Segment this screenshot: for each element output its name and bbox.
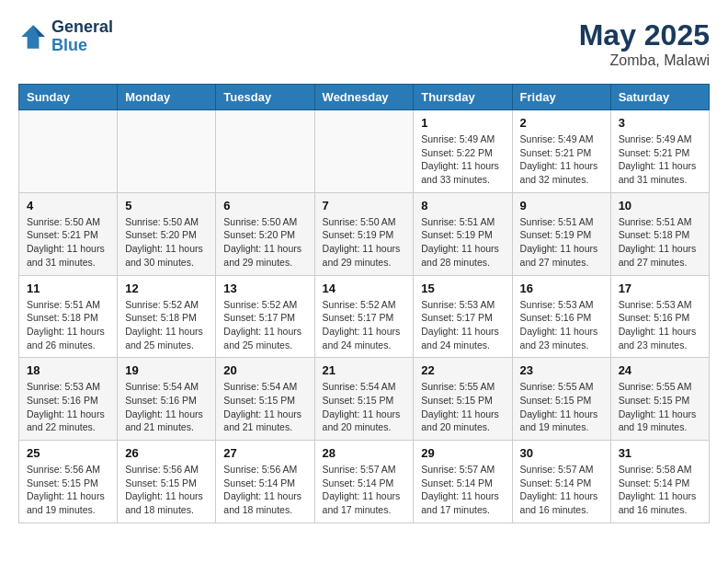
calendar-cell: 19Sunrise: 5:54 AM Sunset: 5:16 PM Dayli… xyxy=(118,358,216,441)
cell-info-text: Sunrise: 5:52 AM Sunset: 5:18 PM Dayligh… xyxy=(125,298,208,352)
weekday-header-friday: Friday xyxy=(512,85,610,110)
cell-day-number: 2 xyxy=(520,116,603,130)
cell-day-number: 23 xyxy=(520,363,603,377)
calendar-cell: 15Sunrise: 5:53 AM Sunset: 5:17 PM Dayli… xyxy=(414,275,512,358)
cell-info-text: Sunrise: 5:56 AM Sunset: 5:15 PM Dayligh… xyxy=(125,463,208,517)
calendar-cell: 31Sunrise: 5:58 AM Sunset: 5:14 PM Dayli… xyxy=(610,441,709,523)
cell-info-text: Sunrise: 5:50 AM Sunset: 5:20 PM Dayligh… xyxy=(125,215,208,270)
logo-text: General Blue xyxy=(51,18,113,55)
weekday-header-thursday: Thursday xyxy=(414,85,512,110)
cell-info-text: Sunrise: 5:51 AM Sunset: 5:19 PM Dayligh… xyxy=(421,215,504,270)
cell-info-text: Sunrise: 5:54 AM Sunset: 5:15 PM Dayligh… xyxy=(223,380,306,434)
calendar-cell: 21Sunrise: 5:54 AM Sunset: 5:15 PM Dayli… xyxy=(314,358,414,441)
calendar-cell: 20Sunrise: 5:54 AM Sunset: 5:15 PM Dayli… xyxy=(216,358,314,441)
cell-day-number: 24 xyxy=(619,363,701,377)
cell-info-text: Sunrise: 5:58 AM Sunset: 5:14 PM Dayligh… xyxy=(619,463,701,517)
calendar-table: SundayMondayTuesdayWednesdayThursdayFrid… xyxy=(18,84,710,523)
cell-day-number: 11 xyxy=(27,282,109,295)
cell-day-number: 29 xyxy=(421,446,504,460)
logo-icon xyxy=(18,22,48,52)
cell-info-text: Sunrise: 5:50 AM Sunset: 5:21 PM Dayligh… xyxy=(27,215,109,270)
calendar-cell xyxy=(314,110,414,193)
calendar-cell: 11Sunrise: 5:51 AM Sunset: 5:18 PM Dayli… xyxy=(19,275,118,358)
cell-day-number: 25 xyxy=(27,446,109,460)
logo: General Blue xyxy=(18,18,113,55)
calendar-cell: 18Sunrise: 5:53 AM Sunset: 5:16 PM Dayli… xyxy=(19,358,118,441)
cell-day-number: 26 xyxy=(125,446,208,460)
cell-info-text: Sunrise: 5:49 AM Sunset: 5:22 PM Dayligh… xyxy=(421,132,504,187)
cell-day-number: 17 xyxy=(619,282,701,295)
cell-day-number: 12 xyxy=(125,282,208,295)
weekday-header-tuesday: Tuesday xyxy=(216,85,314,110)
calendar-cell: 27Sunrise: 5:56 AM Sunset: 5:14 PM Dayli… xyxy=(216,441,314,523)
cell-day-number: 7 xyxy=(323,199,406,213)
cell-day-number: 6 xyxy=(223,199,306,213)
cell-day-number: 13 xyxy=(223,282,306,295)
cell-info-text: Sunrise: 5:53 AM Sunset: 5:16 PM Dayligh… xyxy=(520,298,603,352)
cell-day-number: 22 xyxy=(421,363,504,377)
cell-info-text: Sunrise: 5:49 AM Sunset: 5:21 PM Dayligh… xyxy=(619,132,701,187)
cell-info-text: Sunrise: 5:53 AM Sunset: 5:16 PM Dayligh… xyxy=(27,380,109,434)
weekday-header-monday: Monday xyxy=(118,85,216,110)
cell-info-text: Sunrise: 5:54 AM Sunset: 5:16 PM Dayligh… xyxy=(125,380,208,434)
cell-info-text: Sunrise: 5:55 AM Sunset: 5:15 PM Dayligh… xyxy=(421,380,504,434)
cell-info-text: Sunrise: 5:56 AM Sunset: 5:14 PM Dayligh… xyxy=(223,463,306,517)
calendar-cell: 23Sunrise: 5:55 AM Sunset: 5:15 PM Dayli… xyxy=(512,358,610,441)
cell-day-number: 14 xyxy=(323,282,406,295)
cell-day-number: 19 xyxy=(125,363,208,377)
cell-info-text: Sunrise: 5:51 AM Sunset: 5:19 PM Dayligh… xyxy=(520,215,603,270)
calendar-cell: 30Sunrise: 5:57 AM Sunset: 5:14 PM Dayli… xyxy=(512,441,610,523)
cell-info-text: Sunrise: 5:55 AM Sunset: 5:15 PM Dayligh… xyxy=(520,380,603,434)
cell-day-number: 20 xyxy=(223,363,306,377)
cell-info-text: Sunrise: 5:53 AM Sunset: 5:16 PM Dayligh… xyxy=(619,298,701,352)
cell-info-text: Sunrise: 5:57 AM Sunset: 5:14 PM Dayligh… xyxy=(520,463,603,517)
calendar-cell: 24Sunrise: 5:55 AM Sunset: 5:15 PM Dayli… xyxy=(610,358,709,441)
cell-day-number: 27 xyxy=(223,446,306,460)
cell-info-text: Sunrise: 5:55 AM Sunset: 5:15 PM Dayligh… xyxy=(619,380,701,434)
calendar-week-1: 1Sunrise: 5:49 AM Sunset: 5:22 PM Daylig… xyxy=(19,110,710,193)
title-block: May 2025 Zomba, Malawi xyxy=(579,18,710,69)
calendar-cell xyxy=(216,110,314,193)
calendar-cell: 2Sunrise: 5:49 AM Sunset: 5:21 PM Daylig… xyxy=(512,110,610,193)
calendar-cell: 13Sunrise: 5:52 AM Sunset: 5:17 PM Dayli… xyxy=(216,275,314,358)
calendar-cell: 7Sunrise: 5:50 AM Sunset: 5:19 PM Daylig… xyxy=(314,192,414,275)
weekday-header-sunday: Sunday xyxy=(19,85,118,110)
calendar-week-5: 25Sunrise: 5:56 AM Sunset: 5:15 PM Dayli… xyxy=(19,441,710,523)
calendar-cell: 1Sunrise: 5:49 AM Sunset: 5:22 PM Daylig… xyxy=(414,110,512,193)
weekday-header-saturday: Saturday xyxy=(610,85,709,110)
calendar-cell: 25Sunrise: 5:56 AM Sunset: 5:15 PM Dayli… xyxy=(19,441,118,523)
cell-day-number: 15 xyxy=(421,282,504,295)
cell-info-text: Sunrise: 5:56 AM Sunset: 5:15 PM Dayligh… xyxy=(27,463,109,517)
calendar-cell: 17Sunrise: 5:53 AM Sunset: 5:16 PM Dayli… xyxy=(610,275,709,358)
cell-day-number: 18 xyxy=(27,363,109,377)
cell-info-text: Sunrise: 5:54 AM Sunset: 5:15 PM Dayligh… xyxy=(323,380,406,434)
page-title: May 2025 xyxy=(579,18,710,52)
cell-day-number: 31 xyxy=(619,446,701,460)
cell-info-text: Sunrise: 5:50 AM Sunset: 5:19 PM Dayligh… xyxy=(323,215,406,270)
page-header: General Blue May 2025 Zomba, Malawi xyxy=(18,18,710,69)
cell-info-text: Sunrise: 5:53 AM Sunset: 5:17 PM Dayligh… xyxy=(421,298,504,352)
calendar-week-3: 11Sunrise: 5:51 AM Sunset: 5:18 PM Dayli… xyxy=(19,275,710,358)
cell-day-number: 1 xyxy=(421,116,504,130)
cell-day-number: 5 xyxy=(125,199,208,213)
calendar-cell: 10Sunrise: 5:51 AM Sunset: 5:18 PM Dayli… xyxy=(610,192,709,275)
calendar-cell: 5Sunrise: 5:50 AM Sunset: 5:20 PM Daylig… xyxy=(118,192,216,275)
calendar-cell: 8Sunrise: 5:51 AM Sunset: 5:19 PM Daylig… xyxy=(414,192,512,275)
cell-info-text: Sunrise: 5:52 AM Sunset: 5:17 PM Dayligh… xyxy=(223,298,306,352)
cell-day-number: 9 xyxy=(520,199,603,213)
calendar-cell: 6Sunrise: 5:50 AM Sunset: 5:20 PM Daylig… xyxy=(216,192,314,275)
calendar-cell xyxy=(118,110,216,193)
calendar-header-row: SundayMondayTuesdayWednesdayThursdayFrid… xyxy=(19,85,710,110)
cell-day-number: 4 xyxy=(27,199,109,213)
cell-day-number: 16 xyxy=(520,282,603,295)
cell-info-text: Sunrise: 5:51 AM Sunset: 5:18 PM Dayligh… xyxy=(27,298,109,352)
cell-day-number: 8 xyxy=(421,199,504,213)
calendar-cell: 9Sunrise: 5:51 AM Sunset: 5:19 PM Daylig… xyxy=(512,192,610,275)
cell-info-text: Sunrise: 5:57 AM Sunset: 5:14 PM Dayligh… xyxy=(421,463,504,517)
calendar-week-2: 4Sunrise: 5:50 AM Sunset: 5:21 PM Daylig… xyxy=(19,192,710,275)
calendar-week-4: 18Sunrise: 5:53 AM Sunset: 5:16 PM Dayli… xyxy=(19,358,710,441)
cell-day-number: 28 xyxy=(323,446,406,460)
calendar-cell: 12Sunrise: 5:52 AM Sunset: 5:18 PM Dayli… xyxy=(118,275,216,358)
calendar-cell: 26Sunrise: 5:56 AM Sunset: 5:15 PM Dayli… xyxy=(118,441,216,523)
cell-info-text: Sunrise: 5:52 AM Sunset: 5:17 PM Dayligh… xyxy=(323,298,406,352)
